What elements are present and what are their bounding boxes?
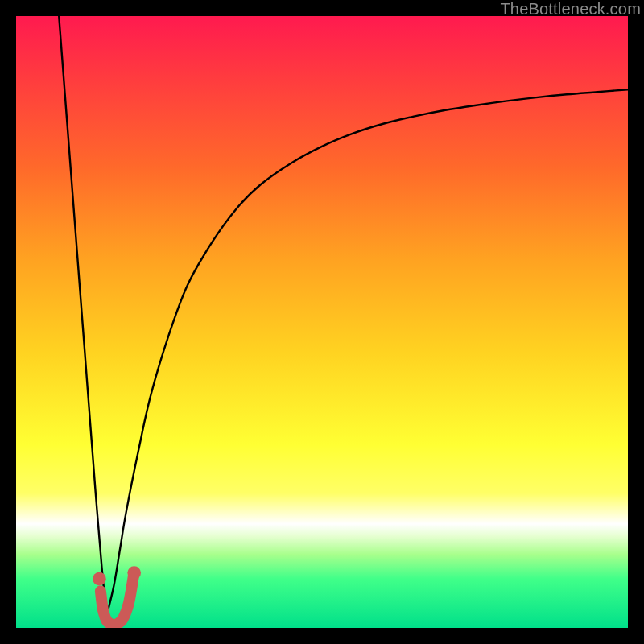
marker-dot-bottom [127,566,141,580]
series-right-branch [106,89,628,616]
series-bottom-hook [101,576,134,625]
series-left-branch [59,16,106,616]
series-group [59,16,628,625]
plot-area [16,16,628,628]
outer-frame: TheBottleneck.com [0,0,644,644]
chart-svg [16,16,628,628]
watermark-text: TheBottleneck.com [500,0,641,19]
marker-dot-left [93,572,106,586]
